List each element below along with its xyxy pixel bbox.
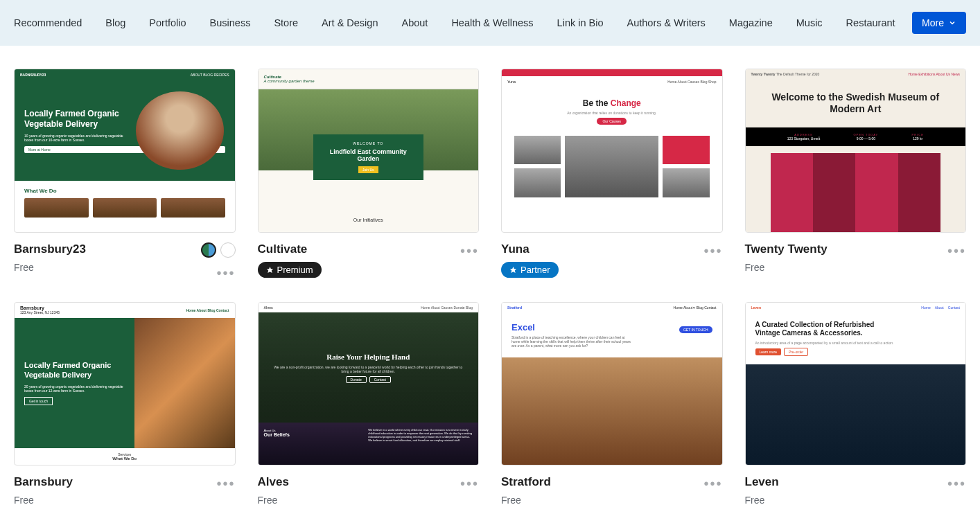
star-icon	[509, 266, 517, 274]
swatch-option[interactable]	[201, 242, 216, 258]
preview-sub: Stratford is a place of teaching excelle…	[511, 335, 632, 348]
theme-thumbnail[interactable]: CultivateA community garden theme WELCOM…	[258, 69, 480, 233]
badge-label: Premium	[277, 265, 313, 275]
category-nav: Recommended Blog Portfolio Business Stor…	[0, 0, 980, 46]
preview-image	[502, 357, 722, 466]
theme-card: StratfordHome About ▾ Blog Contact Excel…	[501, 302, 723, 506]
theme-price: Free	[745, 495, 779, 506]
star-icon	[266, 266, 274, 274]
theme-name[interactable]: Barnsbury	[14, 475, 73, 489]
nav-restaurant[interactable]: Restaurant	[846, 17, 895, 28]
theme-price: Free	[745, 262, 828, 273]
preview-headline: Be the	[583, 98, 611, 108]
nav-art-design[interactable]: Art & Design	[322, 17, 378, 28]
theme-price: Free	[14, 262, 86, 273]
preview-cta: Join Us	[358, 166, 378, 173]
preview-brand: Barnsbury	[20, 305, 44, 310]
nav-health[interactable]: Health & Wellness	[451, 17, 533, 28]
badge-label: Partner	[520, 265, 550, 275]
color-swatches	[201, 242, 236, 258]
preview-brand: Alves	[264, 305, 273, 310]
theme-name[interactable]: Leven	[745, 475, 779, 489]
swatch-option[interactable]	[220, 242, 236, 258]
preview-menu: Home About Causes Donate Blog	[421, 305, 473, 310]
theme-thumbnail[interactable]: Twenty Twenty The Default Theme for 2020…	[745, 69, 967, 233]
nav-recommended[interactable]: Recommended	[14, 17, 82, 28]
theme-name[interactable]: Barnsbury23	[14, 242, 86, 256]
theme-card: AlvesHome About Causes Donate Blog Raise…	[258, 302, 480, 506]
preview-menu-item: About	[935, 305, 944, 310]
nav-items: Recommended Blog Portfolio Business Stor…	[14, 17, 895, 28]
preview-headline-accent: Change	[611, 98, 641, 108]
theme-name[interactable]: Yuna	[501, 242, 559, 256]
preview-sub: An introductory area of a page accompani…	[755, 341, 956, 345]
theme-thumbnail[interactable]: YunaHome About Causes Blog Shop Be the C…	[501, 69, 723, 233]
preview-headline: Locally Farmed Organic Vegetable Deliver…	[24, 109, 125, 130]
theme-card: BARNSBURY23ABOUT BLOG RECIPES Locally Fa…	[14, 69, 236, 280]
theme-thumbnail[interactable]: LevenHomeAboutContact A Curated Collecti…	[745, 302, 967, 466]
nav-link-in-bio[interactable]: Link in Bio	[557, 17, 604, 28]
preview-headline: Locally Farmed Organic Vegetable Deliver…	[24, 361, 125, 380]
nav-about[interactable]: About	[401, 17, 428, 28]
more-button[interactable]: More	[912, 12, 966, 34]
more-options-icon[interactable]: •••	[216, 475, 235, 490]
preview-sub: 20 years of growing organic vegetables a…	[24, 384, 125, 393]
preview-menu: ABOUT BLOG RECIPES	[191, 73, 229, 77]
more-options-icon[interactable]: •••	[216, 265, 235, 280]
nav-magazine[interactable]: Magazine	[729, 17, 773, 28]
theme-card: Twenty Twenty The Default Theme for 2020…	[745, 69, 967, 280]
svg-marker-0	[266, 267, 272, 273]
more-options-icon[interactable]: •••	[703, 475, 722, 490]
nav-authors[interactable]: Authors & Writers	[627, 17, 706, 28]
more-label: More	[922, 17, 944, 28]
theme-thumbnail[interactable]: StratfordHome About ▾ Blog Contact Excel…	[501, 302, 723, 466]
theme-thumbnail[interactable]: Barnsbury123 Any Street, NJ 12345Home Ab…	[14, 302, 236, 466]
theme-thumbnail[interactable]: BARNSBURY23ABOUT BLOG RECIPES Locally Fa…	[14, 69, 236, 233]
preview-value: 9:00 — 5:00	[857, 136, 875, 141]
preview-menu: Home About ▾ Blog Contact	[674, 305, 717, 310]
preview-cta: Our Causes	[597, 118, 627, 125]
more-options-icon[interactable]: •••	[703, 242, 722, 258]
nav-business[interactable]: Business	[210, 17, 251, 28]
preview-cta: GET IN TOUCH	[679, 326, 712, 333]
preview-tagline: A community garden theme	[264, 79, 315, 83]
preview-brand: Stratford	[507, 305, 522, 310]
theme-name[interactable]: Alves	[258, 475, 289, 489]
theme-card: CultivateA community garden theme WELCOM…	[258, 69, 480, 280]
theme-name[interactable]: Stratford	[501, 475, 551, 489]
preview-tagline: The Default Theme for 2020	[776, 72, 819, 76]
preview-headline: Welcome to the Swedish Museum of Modern …	[771, 91, 941, 115]
preview-section: Our Initiatives	[259, 208, 479, 232]
theme-card: YunaHome About Causes Blog Shop Be the C…	[501, 69, 723, 280]
more-options-icon[interactable]: •••	[947, 242, 966, 258]
preview-section: What We Do	[112, 456, 137, 461]
nav-portfolio[interactable]: Portfolio	[149, 17, 186, 28]
theme-thumbnail[interactable]: AlvesHome About Causes Donate Blog Raise…	[258, 302, 480, 466]
preview-headline: Lindfield East Community Garden	[320, 148, 417, 162]
nav-blog[interactable]: Blog	[105, 17, 125, 28]
preview-menu: Home About Causes Blog Shop	[667, 80, 716, 84]
theme-card: Barnsbury123 Any Street, NJ 12345Home Ab…	[14, 302, 236, 506]
premium-badge: Premium	[258, 262, 322, 278]
preview-sub: We are a non-profit organization, we are…	[272, 365, 465, 373]
more-options-icon[interactable]: •••	[947, 475, 966, 490]
theme-name[interactable]: Twenty Twenty	[745, 242, 828, 256]
preview-image	[134, 318, 235, 449]
nav-store[interactable]: Store	[274, 17, 298, 28]
preview-brand: Twenty Twenty	[751, 72, 776, 76]
preview-headline: A Curated Collection of Refurbished Vint…	[755, 321, 886, 338]
theme-price: Free	[14, 495, 73, 506]
chevron-down-icon	[948, 19, 956, 27]
more-options-icon[interactable]: •••	[460, 242, 479, 258]
theme-name[interactable]: Cultivate	[258, 242, 322, 256]
nav-music[interactable]: Music	[796, 17, 823, 28]
theme-card: LevenHomeAboutContact A Curated Collecti…	[745, 302, 967, 506]
preview-image	[746, 364, 966, 466]
preview-btn: Donate	[346, 376, 367, 383]
preview-brand: Leven	[751, 305, 761, 310]
more-options-icon[interactable]: •••	[460, 475, 479, 490]
preview-value: 129 kr	[913, 136, 922, 141]
preview-value: 123 Storgatan, Umeå	[787, 136, 821, 141]
preview-brand: BARNSBURY23	[20, 73, 46, 77]
preview-brand: Yuna	[507, 80, 516, 84]
